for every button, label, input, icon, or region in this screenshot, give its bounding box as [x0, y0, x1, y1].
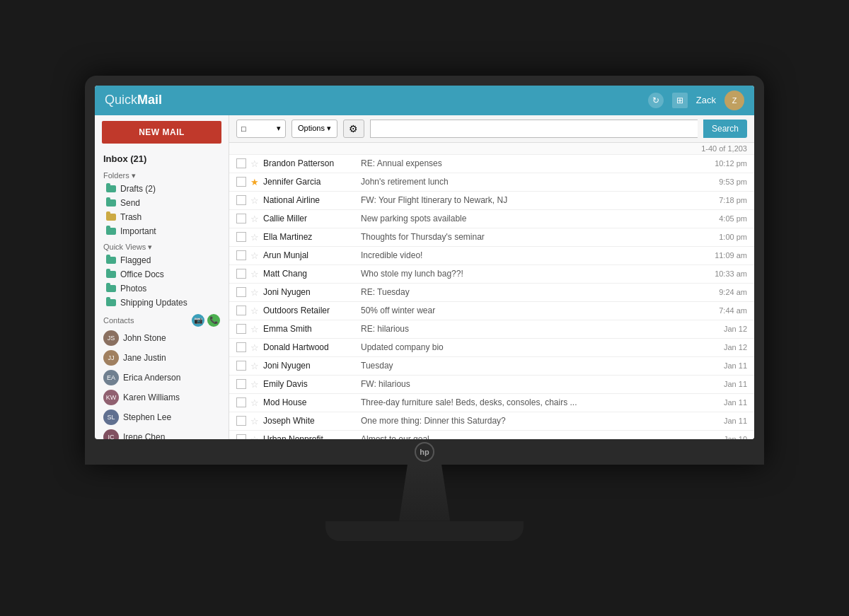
- star-icon[interactable]: ☆: [250, 324, 259, 335]
- contact-irene-chen[interactable]: IC Irene Chen: [95, 427, 229, 439]
- star-icon[interactable]: ☆: [250, 342, 259, 353]
- star-icon[interactable]: ☆: [250, 397, 259, 408]
- email-count: 1-40 of 1,203: [229, 143, 754, 155]
- email-sender: Emma Smith: [263, 324, 355, 334]
- table-row[interactable]: ☆ Emma Smith RE: hilarious Jan 12: [229, 320, 754, 339]
- sidebar-item-shipping-updates[interactable]: Shipping Updates: [95, 296, 229, 310]
- star-icon[interactable]: ☆: [250, 250, 259, 261]
- star-icon[interactable]: ☆: [250, 195, 259, 206]
- row-checkbox[interactable]: [236, 379, 246, 389]
- email-sender: Jennifer Garcia: [263, 177, 355, 187]
- video-call-icon[interactable]: 📷: [192, 314, 204, 327]
- email-time: 7:44 am: [705, 306, 747, 315]
- refresh-icon[interactable]: ↻: [648, 93, 664, 108]
- grid-icon[interactable]: ⊞: [672, 93, 688, 108]
- star-icon[interactable]: ☆: [250, 214, 259, 224]
- email-time: Jan 12: [705, 343, 747, 351]
- table-row[interactable]: ☆ Arun Munjal Incredible video! 11:09 am: [229, 247, 754, 265]
- email-sender: Ella Martinez: [263, 232, 355, 242]
- folder-label-trash: Trash: [120, 212, 142, 222]
- row-checkbox[interactable]: [236, 361, 246, 371]
- contact-john-stone[interactable]: JS John Stone: [95, 328, 229, 348]
- header-right: ↻ ⊞ Zack Z: [648, 91, 744, 110]
- table-row[interactable]: ☆ Joni Nyugen Tuesday Jan 11: [229, 357, 754, 376]
- table-row[interactable]: ☆ Callie Miller New parking spots availa…: [229, 210, 754, 228]
- table-row[interactable]: ☆ Urban Nonprofit Almost to our goal Jan…: [229, 431, 754, 439]
- star-icon[interactable]: ☆: [250, 269, 259, 279]
- phone-call-icon[interactable]: 📞: [207, 314, 220, 327]
- star-icon[interactable]: ☆: [250, 232, 259, 243]
- select-checkbox-dropdown[interactable]: □ ▾: [236, 120, 286, 138]
- table-row[interactable]: ☆ Ella Martinez Thoughts for Thursday's …: [229, 228, 754, 247]
- sidebar-item-important[interactable]: Important: [95, 224, 229, 238]
- star-icon[interactable]: ☆: [250, 416, 259, 426]
- sidebar-item-drafts[interactable]: Drafts (2): [95, 182, 229, 196]
- inbox-label: Inbox (21): [95, 149, 229, 167]
- dropdown-arrow: ▾: [277, 124, 281, 133]
- contact-name: John Stone: [123, 333, 166, 343]
- star-icon[interactable]: ☆: [250, 158, 259, 169]
- gear-button[interactable]: ⚙: [343, 120, 364, 138]
- contact-erica-anderson[interactable]: EA Erica Anderson: [95, 368, 229, 388]
- email-subject: RE: Annual expenses: [355, 158, 705, 168]
- email-subject: FW: hilarious: [355, 379, 705, 389]
- folder-label-send: Send: [120, 198, 140, 208]
- table-row[interactable]: ★ Jennifer Garcia John's retirement lunc…: [229, 173, 754, 192]
- email-sender: Joni Nyugen: [263, 287, 355, 297]
- row-checkbox[interactable]: [236, 232, 246, 242]
- star-icon[interactable]: ☆: [250, 379, 259, 390]
- row-checkbox[interactable]: [236, 250, 246, 260]
- table-row[interactable]: ☆ National Airline FW: Your Flight Itine…: [229, 192, 754, 210]
- star-icon[interactable]: ★: [250, 177, 259, 187]
- row-checkbox[interactable]: [236, 306, 246, 315]
- contact-name: Karen Williams: [123, 393, 180, 402]
- table-row[interactable]: ☆ Donald Hartwood Updated company bio Ja…: [229, 339, 754, 357]
- star-icon[interactable]: ☆: [250, 306, 259, 316]
- quick-views-section[interactable]: Quick Views ▾: [95, 238, 229, 253]
- star-icon[interactable]: ☆: [250, 287, 259, 298]
- contact-jane-justin[interactable]: JJ Jane Justin: [95, 348, 229, 368]
- sidebar-item-photos[interactable]: Photos: [95, 281, 229, 296]
- sidebar-item-office-docs[interactable]: Office Docs: [95, 267, 229, 281]
- email-time: 7:18 pm: [705, 196, 747, 204]
- email-sender: Callie Miller: [263, 214, 355, 223]
- table-row[interactable]: ☆ Mod House Three-day furniture sale! Be…: [229, 394, 754, 412]
- avatar: EA: [103, 370, 119, 385]
- table-row[interactable]: ☆ Joni Nyugen RE: Tuesday 9:24 am: [229, 284, 754, 302]
- folder-label-important: Important: [120, 226, 156, 236]
- table-row[interactable]: ☆ Emily Davis FW: hilarious Jan 11: [229, 376, 754, 394]
- row-checkbox[interactable]: [236, 416, 246, 426]
- search-input[interactable]: [370, 120, 698, 138]
- star-icon[interactable]: ☆: [250, 361, 259, 371]
- contact-karen-williams[interactable]: KW Karen Williams: [95, 388, 229, 407]
- email-time: 10:33 am: [705, 269, 747, 278]
- star-icon[interactable]: ☆: [250, 434, 259, 439]
- contacts-label: Contacts: [103, 316, 134, 325]
- options-button[interactable]: Options ▾: [291, 120, 337, 138]
- contacts-icons: 📷 📞: [192, 314, 220, 327]
- email-time: Jan 11: [705, 417, 747, 425]
- table-row[interactable]: ☆ Matt Chang Who stole my lunch bag??! 1…: [229, 265, 754, 284]
- row-checkbox[interactable]: [236, 434, 246, 439]
- row-checkbox[interactable]: [236, 177, 246, 187]
- row-checkbox[interactable]: [236, 397, 246, 407]
- search-button[interactable]: Search: [703, 120, 747, 138]
- row-checkbox[interactable]: [236, 287, 246, 297]
- table-row[interactable]: ☆ Brandon Patterson RE: Annual expenses …: [229, 155, 754, 173]
- row-checkbox[interactable]: [236, 158, 246, 168]
- row-checkbox[interactable]: [236, 342, 246, 352]
- email-sender: Joseph White: [263, 416, 355, 426]
- folders-section[interactable]: Folders ▾: [95, 167, 229, 182]
- new-mail-button[interactable]: NEW MAIL: [102, 121, 221, 144]
- row-checkbox[interactable]: [236, 195, 246, 205]
- sidebar-item-flagged[interactable]: Flagged: [95, 253, 229, 267]
- row-checkbox[interactable]: [236, 324, 246, 334]
- contact-stephen-lee[interactable]: SL Stephen Lee: [95, 407, 229, 427]
- row-checkbox[interactable]: [236, 269, 246, 279]
- table-row[interactable]: ☆ Joseph White One more thing: Dinner th…: [229, 412, 754, 431]
- sidebar-item-send[interactable]: Send: [95, 196, 229, 210]
- table-row[interactable]: ☆ Outdoors Retailer 50% off winter wear …: [229, 302, 754, 320]
- contact-name: Erica Anderson: [123, 373, 180, 383]
- row-checkbox[interactable]: [236, 214, 246, 223]
- sidebar-item-trash[interactable]: Trash: [95, 210, 229, 224]
